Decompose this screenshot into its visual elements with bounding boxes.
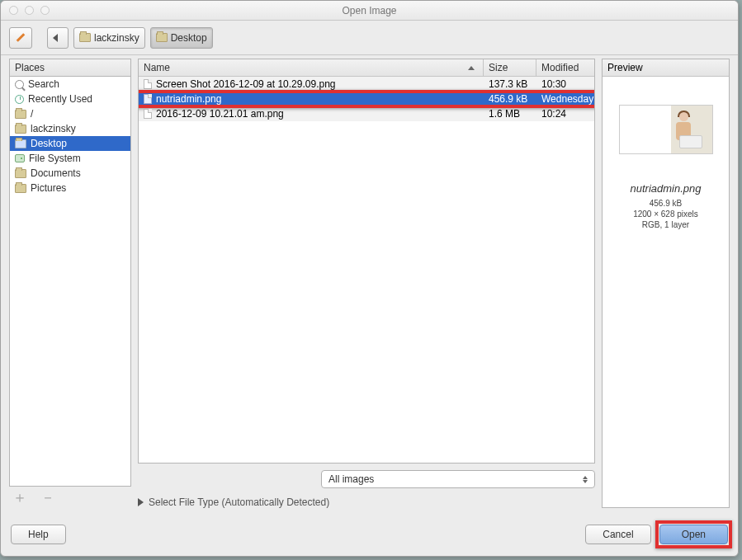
path-current-button[interactable]: Desktop: [150, 27, 213, 49]
file-row[interactable]: nutriadmin.png456.9 kBWednesday: [139, 92, 594, 106]
updown-icon: [583, 476, 588, 483]
column-name-label: Name: [144, 62, 170, 73]
folder-icon: [15, 110, 26, 119]
filetype-label: Select File Type (Automatically Detected…: [149, 496, 329, 508]
column-header-size[interactable]: Size: [484, 59, 536, 76]
path-toolbar: lackzinsky Desktop: [1, 21, 738, 55]
file-icon: [144, 109, 152, 119]
places-item-file-system[interactable]: File System: [10, 151, 130, 166]
path-current-label: Desktop: [171, 32, 207, 44]
file-modified: Wednesday: [536, 93, 594, 105]
preview-panel: Preview nutriadmin.png 456.9 kB 1200 × 6…: [602, 59, 730, 508]
places-item-desktop[interactable]: Desktop: [10, 136, 130, 151]
path-back-button[interactable]: [47, 27, 69, 49]
file-filter-dropdown[interactable]: All images: [321, 470, 595, 488]
open-button[interactable]: Open: [659, 525, 728, 544]
file-list: Name Size Modified Screen Shot 2016-12-0…: [138, 59, 595, 464]
column-header-modified[interactable]: Modified: [536, 59, 594, 76]
folder-icon: [15, 139, 26, 148]
places-item-label: Desktop: [31, 138, 67, 149]
folder-icon: [156, 33, 168, 42]
preview-size: 456.9 kB: [633, 198, 698, 209]
sort-ascending-icon: [468, 66, 475, 70]
places-item-label: File System: [29, 153, 81, 164]
places-item-label: Pictures: [31, 182, 66, 194]
folder-icon: [15, 169, 26, 178]
path-parent-button[interactable]: lackzinsky: [73, 27, 145, 49]
places-item-recently-used[interactable]: Recently Used: [10, 92, 130, 106]
pencil-icon: [15, 32, 26, 44]
file-modified: 10:24: [536, 108, 594, 120]
places-item-pictures[interactable]: Pictures: [10, 181, 130, 195]
places-header: Places: [9, 59, 131, 77]
edit-path-button[interactable]: [9, 27, 32, 49]
file-icon: [144, 79, 152, 89]
file-size: 137.3 kB: [484, 78, 536, 90]
column-header-name[interactable]: Name: [139, 59, 484, 76]
places-item-search[interactable]: Search: [10, 77, 130, 92]
disk-icon: [15, 154, 25, 162]
preview-mode: RGB, 1 layer: [633, 219, 698, 230]
folder-icon: [79, 33, 91, 42]
add-bookmark-button[interactable]: ＋: [12, 492, 27, 503]
file-filter-value: All images: [328, 473, 374, 485]
titlebar: Open Image: [1, 1, 738, 21]
window-title: Open Image: [1, 5, 738, 16]
places-item-[interactable]: /: [10, 106, 130, 121]
file-modified: 10:30: [536, 78, 594, 90]
places-item-label: /: [31, 108, 33, 120]
search-icon: [15, 80, 24, 89]
help-button[interactable]: Help: [11, 525, 66, 544]
path-parent-label: lackzinsky: [94, 32, 139, 44]
places-item-documents[interactable]: Documents: [10, 166, 130, 181]
file-icon: [144, 94, 152, 104]
preview-thumbnail: [619, 105, 713, 154]
places-item-lackzinsky[interactable]: lackzinsky: [10, 121, 130, 136]
preview-filename: nutriadmin.png: [631, 182, 702, 195]
folder-icon: [15, 184, 26, 193]
folder-icon: [15, 125, 26, 134]
cancel-button[interactable]: Cancel: [585, 525, 650, 544]
places-list: SearchRecently Used/lackzinskyDesktopFil…: [9, 77, 131, 487]
places-item-label: Search: [28, 78, 59, 90]
places-item-label: Recently Used: [28, 93, 92, 105]
places-sidebar: Places SearchRecently Used/lackzinskyDes…: [9, 59, 131, 508]
places-item-label: lackzinsky: [31, 123, 76, 134]
file-size: 456.9 kB: [484, 93, 536, 105]
file-row[interactable]: 2016-12-09 10.21.01 am.png1.6 MB10:24: [139, 106, 594, 121]
preview-dimensions: 1200 × 628 pixels: [633, 209, 698, 219]
places-item-label: Documents: [31, 167, 81, 179]
file-row[interactable]: Screen Shot 2016-12-09 at 10.29.09.png13…: [139, 77, 594, 92]
disclosure-triangle-icon[interactable]: [138, 498, 144, 506]
clock-icon: [15, 95, 24, 104]
arrow-left-icon: [53, 34, 58, 42]
remove-bookmark-button[interactable]: －: [40, 492, 55, 503]
preview-header: Preview: [603, 59, 729, 77]
file-name: Screen Shot 2016-12-09 at 10.29.09.png: [156, 78, 336, 90]
file-name: nutriadmin.png: [156, 93, 221, 105]
file-name: 2016-12-09 10.21.01 am.png: [156, 108, 284, 120]
open-image-dialog: Open Image lackzinsky Desktop Places Sea…: [0, 0, 739, 557]
file-size: 1.6 MB: [484, 108, 536, 120]
